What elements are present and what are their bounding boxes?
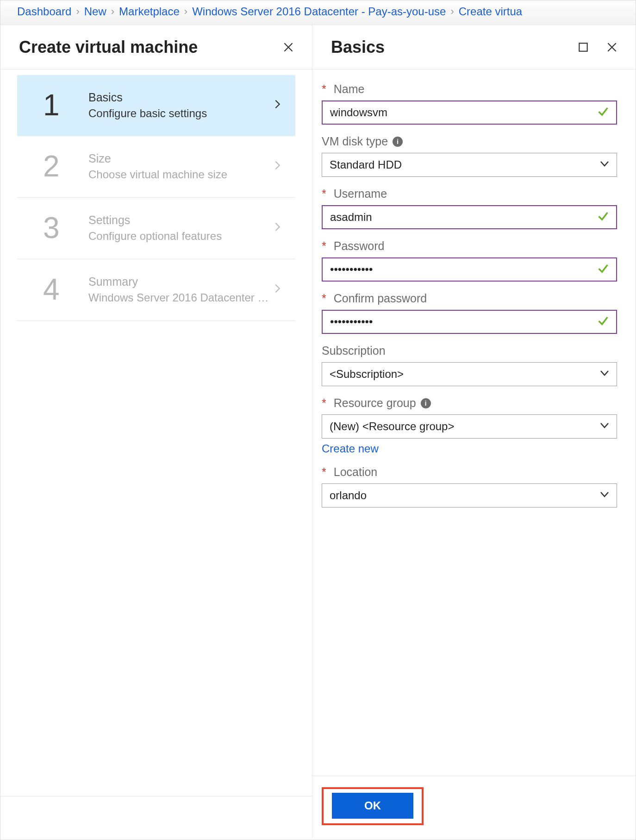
wizard-step-size[interactable]: 2 Size Choose virtual machine size bbox=[17, 136, 295, 198]
breadcrumb-item-new[interactable]: New bbox=[84, 5, 106, 18]
field-label: *Location bbox=[322, 465, 617, 479]
step-number: 2 bbox=[43, 149, 80, 183]
name-input[interactable]: windowsvm bbox=[322, 100, 617, 125]
blade-footer bbox=[0, 796, 312, 838]
step-number: 4 bbox=[43, 272, 80, 307]
basics-form: *Name windowsvm VM disk type i bbox=[312, 69, 636, 776]
breadcrumb-item-create[interactable]: Create virtua bbox=[459, 5, 522, 18]
step-subtitle: Choose virtual machine size bbox=[88, 168, 272, 181]
wizard-step-summary[interactable]: 4 Summary Windows Server 2016 Datacenter… bbox=[17, 259, 295, 321]
check-icon bbox=[597, 314, 610, 330]
wizard-step-basics[interactable]: 1 Basics Configure basic settings bbox=[17, 75, 295, 136]
step-title: Settings bbox=[88, 213, 272, 227]
chevron-down-icon bbox=[599, 158, 610, 172]
chevron-right-icon: › bbox=[111, 6, 114, 18]
blade-title: Basics bbox=[331, 38, 385, 57]
disk-type-select[interactable]: Standard HDD bbox=[322, 153, 617, 177]
location-select[interactable]: orlando bbox=[322, 483, 617, 508]
chevron-right-icon bbox=[272, 220, 282, 236]
blade-basics: Basics *Name windowsv bbox=[312, 25, 636, 838]
field-username: *Username asadmin bbox=[322, 187, 617, 229]
close-icon[interactable] bbox=[604, 39, 620, 55]
step-title: Summary bbox=[88, 275, 272, 288]
chevron-right-icon: › bbox=[76, 6, 79, 18]
info-icon[interactable]: i bbox=[393, 137, 403, 147]
chevron-right-icon bbox=[272, 158, 282, 174]
chevron-right-icon bbox=[272, 282, 282, 297]
chevron-right-icon: › bbox=[184, 6, 187, 18]
check-icon bbox=[597, 262, 610, 277]
step-number: 1 bbox=[43, 88, 80, 122]
field-name: *Name windowsvm bbox=[322, 82, 617, 125]
blade-create-vm: Create virtual machine 1 Basics Configur… bbox=[0, 25, 312, 838]
chevron-right-icon: › bbox=[450, 6, 454, 18]
subscription-select[interactable]: <Subscription> bbox=[322, 362, 617, 386]
breadcrumb-item-dashboard[interactable]: Dashboard bbox=[17, 5, 71, 18]
username-input[interactable]: asadmin bbox=[322, 205, 617, 229]
ok-button[interactable]: OK bbox=[332, 793, 413, 819]
field-subscription: Subscription <Subscription> bbox=[322, 344, 617, 386]
breadcrumb: Dashboard › New › Marketplace › Windows … bbox=[0, 0, 636, 25]
blade-header: Create virtual machine bbox=[0, 25, 312, 69]
field-label: *Username bbox=[322, 187, 617, 201]
create-new-link[interactable]: Create new bbox=[322, 442, 617, 455]
wizard-steps: 1 Basics Configure basic settings 2 Size… bbox=[0, 69, 312, 321]
chevron-down-icon bbox=[599, 489, 610, 502]
maximize-icon[interactable] bbox=[575, 39, 591, 55]
field-disk-type: VM disk type i Standard HDD bbox=[322, 135, 617, 177]
blade-title: Create virtual machine bbox=[19, 38, 198, 57]
step-subtitle: Configure optional features bbox=[88, 230, 272, 243]
close-icon[interactable] bbox=[281, 39, 296, 55]
field-password: *Password ••••••••••• bbox=[322, 239, 617, 282]
field-location: *Location orlando bbox=[322, 465, 617, 508]
confirm-password-input[interactable]: ••••••••••• bbox=[322, 310, 617, 334]
chevron-down-icon bbox=[599, 367, 610, 381]
step-subtitle: Windows Server 2016 Datacenter … bbox=[88, 291, 272, 304]
field-label: *Confirm password bbox=[322, 292, 617, 305]
chevron-right-icon bbox=[272, 97, 282, 113]
field-label: *Resource group i bbox=[322, 396, 617, 410]
field-label: VM disk type i bbox=[322, 135, 617, 148]
step-title: Basics bbox=[88, 91, 272, 104]
resource-group-select[interactable]: (New) <Resource group> bbox=[322, 414, 617, 439]
blade-header: Basics bbox=[312, 25, 636, 69]
step-subtitle: Configure basic settings bbox=[88, 107, 272, 120]
field-confirm-password: *Confirm password ••••••••••• bbox=[322, 292, 617, 334]
ok-highlight: OK bbox=[322, 787, 424, 825]
field-label: Subscription bbox=[322, 344, 617, 357]
breadcrumb-item-marketplace[interactable]: Marketplace bbox=[119, 5, 180, 18]
step-title: Size bbox=[88, 152, 272, 165]
field-resource-group: *Resource group i (New) <Resource group>… bbox=[322, 396, 617, 455]
check-icon bbox=[597, 105, 610, 120]
svg-rect-0 bbox=[579, 43, 587, 51]
step-number: 3 bbox=[43, 211, 80, 245]
blade-footer: OK bbox=[312, 776, 636, 838]
wizard-step-settings[interactable]: 3 Settings Configure optional features bbox=[17, 198, 295, 259]
info-icon[interactable]: i bbox=[421, 398, 431, 408]
breadcrumb-item-offer[interactable]: Windows Server 2016 Datacenter - Pay-as-… bbox=[192, 5, 446, 18]
field-label: *Name bbox=[322, 82, 617, 96]
chevron-down-icon bbox=[599, 420, 610, 433]
password-input[interactable]: ••••••••••• bbox=[322, 257, 617, 282]
field-label: *Password bbox=[322, 239, 617, 253]
window: Dashboard › New › Marketplace › Windows … bbox=[0, 0, 636, 840]
check-icon bbox=[597, 209, 610, 225]
